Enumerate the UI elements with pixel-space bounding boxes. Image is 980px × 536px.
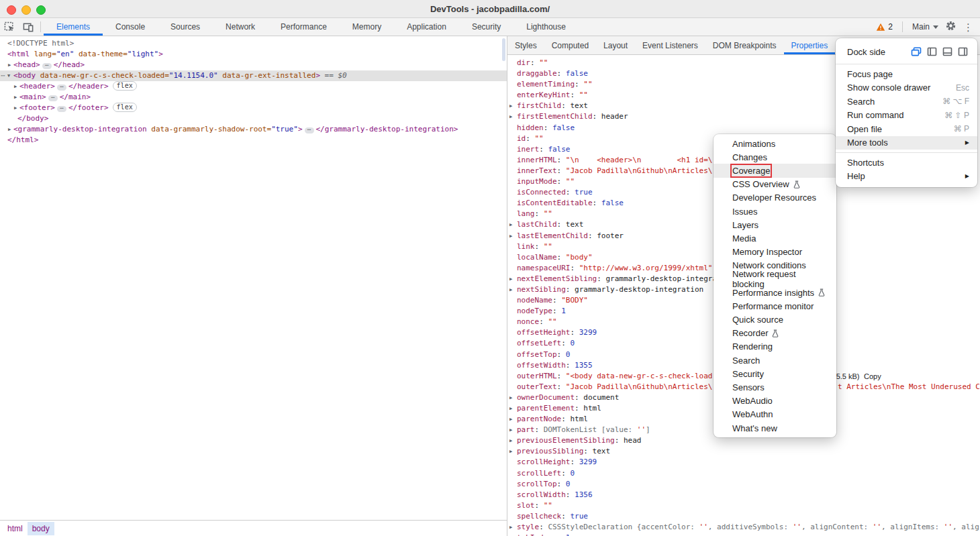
property-row-previousSibling[interactable]: ▶previousSibling: text [507, 446, 980, 457]
menu-item-open-file[interactable]: Open file⌘ P [836, 122, 977, 136]
more-tools-item-issues[interactable]: Issues [714, 205, 836, 218]
sidebar-tab-event-listeners[interactable]: Event Listeners [635, 36, 705, 54]
property-row-style[interactable]: ▶style: CSSStyleDeclaration {accentColor… [507, 522, 980, 533]
more-tools-item-webauthn[interactable]: WebAuthn [714, 408, 836, 421]
dom-tree-row[interactable]: ▶<grammarly-desktop-integration data-gra… [0, 124, 507, 135]
inline-expand-button[interactable]: … [57, 106, 66, 112]
menu-item-run-command[interactable]: Run command⌘ ⇧ P [836, 109, 977, 123]
more-tools-item-recorder[interactable]: Recorder [714, 327, 836, 340]
expand-arrow-icon[interactable]: ▶ [509, 522, 512, 533]
expand-arrow-icon[interactable]: ▶ [509, 231, 512, 242]
expand-arrow-icon[interactable]: ▶ [14, 103, 17, 113]
more-tools-item-what-s-new[interactable]: What's new [714, 421, 836, 435]
more-tools-item-performance-insights[interactable]: Performance insights [714, 286, 836, 299]
flex-badge[interactable]: flex [113, 81, 137, 91]
dom-tree-row[interactable]: ▶<footer>…</footer>flex [0, 103, 507, 113]
tab-security[interactable]: Security [459, 18, 513, 36]
tab-lighthouse[interactable]: Lighthouse [513, 18, 579, 36]
more-tools-item-rendering[interactable]: Rendering [714, 340, 836, 354]
more-tools-item-security[interactable]: Security [714, 367, 836, 380]
sidebar-tab-dom-breakpoints[interactable]: DOM Breakpoints [705, 36, 784, 54]
menu-item-search[interactable]: Search⌘ ⌥ F [836, 95, 977, 109]
main-context-selector[interactable]: Main [912, 22, 938, 32]
more-tools-item-changes[interactable]: Changes [714, 150, 836, 164]
expand-arrow-icon[interactable]: ▶ [14, 92, 17, 103]
more-tools-item-layers[interactable]: Layers [714, 218, 836, 231]
more-tools-item-media[interactable]: Media [714, 231, 836, 245]
expand-arrow-icon[interactable]: ▶ [8, 124, 11, 135]
property-row-scrollTop[interactable]: scrollTop: 0 [507, 479, 980, 490]
undock-icon[interactable] [911, 47, 922, 56]
property-row-scrollLeft[interactable]: scrollLeft: 0 [507, 468, 980, 479]
property-row-slot[interactable]: slot: "" [507, 500, 980, 511]
expand-arrow-icon[interactable]: ▶ [509, 403, 512, 414]
dom-tree-row[interactable]: </body> [0, 113, 507, 124]
breadcrumb-item-body[interactable]: body [28, 522, 54, 535]
inline-expand-button[interactable]: … [57, 85, 66, 91]
expand-arrow-icon[interactable]: ▶ [509, 414, 512, 425]
dom-tree-row[interactable]: <html lang="en" data-theme="light"> [0, 49, 507, 60]
more-tools-item-performance-monitor[interactable]: Performance monitor [714, 299, 836, 313]
menu-item-more-tools[interactable]: More tools▶ [836, 136, 977, 150]
sidebar-tab-layout[interactable]: Layout [596, 36, 635, 54]
tab-elements[interactable]: Elements [44, 18, 103, 36]
dock-right-icon[interactable] [958, 47, 968, 56]
expand-arrow-icon[interactable]: ▶ [8, 60, 11, 70]
more-tools-item-network-request-blocking[interactable]: Network request blocking [714, 272, 836, 286]
property-row-tabIndex[interactable]: tabIndex: -1 [507, 533, 980, 536]
tab-network[interactable]: Network [213, 18, 268, 36]
sidebar-tab-styles[interactable]: Styles [507, 36, 544, 54]
expand-arrow-icon[interactable]: ▶ [509, 392, 512, 403]
more-tools-item-webaudio[interactable]: WebAudio [714, 394, 836, 408]
more-tools-item-developer-resources[interactable]: Developer Resources [714, 191, 836, 205]
inline-expand-button[interactable]: … [48, 95, 58, 101]
more-tools-item-search[interactable]: Search [714, 354, 836, 367]
tab-sources[interactable]: Sources [158, 18, 213, 36]
tab-console[interactable]: Console [103, 18, 158, 36]
dom-tree-row[interactable]: ⋯▼<body data-new-gr-c-s-check-loaded="14… [0, 70, 507, 81]
menu-item-show-console-drawer[interactable]: Show console drawerEsc [836, 81, 977, 95]
property-row-scrollHeight[interactable]: scrollHeight: 3299 [507, 457, 980, 468]
settings-gear-icon[interactable] [945, 20, 957, 34]
issues-counter[interactable]: 2 [876, 22, 893, 32]
dom-tree-row[interactable]: ▶<head>…</head> [0, 60, 507, 70]
more-tools-item-sensors[interactable]: Sensors [714, 380, 836, 394]
inspect-element-icon[interactable] [0, 18, 19, 36]
expand-arrow-icon[interactable]: ▶ [509, 274, 512, 284]
tab-performance[interactable]: Performance [268, 18, 340, 36]
hover-menu-dots-icon[interactable]: ⋯ [1, 70, 5, 81]
dock-left-icon[interactable] [927, 47, 937, 56]
sidebar-tab-properties[interactable]: Properties [784, 36, 836, 54]
property-row-scrollWidth[interactable]: scrollWidth: 1356 [507, 490, 980, 500]
sidebar-tab-computed[interactable]: Computed [544, 36, 596, 54]
expand-arrow-icon[interactable]: ▶ [509, 446, 512, 457]
expand-arrow-icon[interactable]: ▶ [509, 425, 512, 435]
menu-item-focus-page[interactable]: Focus page [836, 67, 977, 81]
expand-arrow-icon[interactable]: ▶ [509, 101, 512, 111]
breadcrumb-item-html[interactable]: html [3, 522, 28, 535]
expand-arrow-icon[interactable]: ▶ [509, 435, 512, 446]
expand-arrow-icon[interactable]: ▶ [509, 219, 512, 230]
expand-arrow-open-icon[interactable]: ▼ [7, 70, 10, 81]
dom-tree-row[interactable]: ▶<main>…</main> [0, 92, 507, 103]
more-tools-item-animations[interactable]: Animations [714, 137, 836, 150]
device-toolbar-icon[interactable] [19, 18, 38, 36]
expand-arrow-icon[interactable]: ▶ [509, 111, 512, 122]
property-row-spellcheck[interactable]: spellcheck: true [507, 511, 980, 522]
dom-tree-row[interactable]: <!DOCTYPE html> [0, 38, 507, 49]
inline-expand-button[interactable]: … [305, 127, 314, 133]
more-tools-item-css-overview[interactable]: CSS Overview [714, 178, 836, 191]
dom-tree-row[interactable]: </html> [0, 135, 507, 146]
tab-memory[interactable]: Memory [340, 18, 394, 36]
menu-item-help[interactable]: Help▶ [836, 170, 977, 184]
more-tools-item-coverage[interactable]: Coverage [714, 164, 836, 177]
expand-arrow-icon[interactable]: ▶ [509, 284, 512, 295]
scrollbar-thumb[interactable] [502, 38, 505, 61]
expand-arrow-icon[interactable]: ▶ [14, 81, 17, 92]
dock-bottom-icon[interactable] [942, 47, 952, 56]
menu-item-shortcuts[interactable]: Shortcuts [836, 156, 977, 170]
flex-badge[interactable]: flex [113, 103, 137, 112]
more-tools-item-memory-inspector[interactable]: Memory Inspector [714, 246, 836, 259]
tab-application[interactable]: Application [394, 18, 459, 36]
more-tools-item-quick-source[interactable]: Quick source [714, 313, 836, 326]
